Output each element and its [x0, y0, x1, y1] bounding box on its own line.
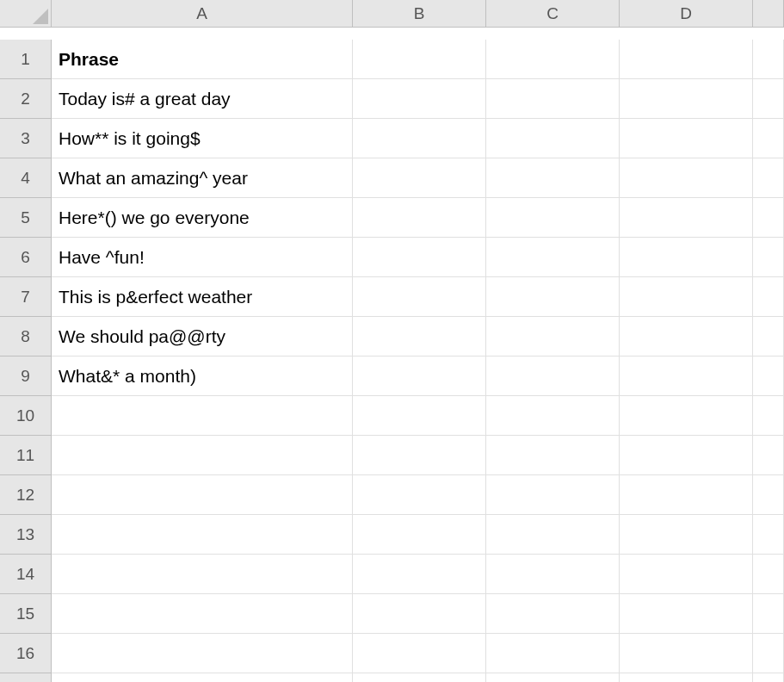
cell-B1[interactable]: [353, 40, 486, 79]
cell-C3[interactable]: [486, 119, 620, 158]
cell-E2[interactable]: [753, 79, 784, 119]
cell-D12[interactable]: [620, 475, 753, 515]
cell-A10[interactable]: [52, 396, 353, 436]
cell-D14[interactable]: [620, 555, 753, 594]
cell-E11[interactable]: [753, 436, 784, 475]
row-header-10[interactable]: 10: [0, 396, 52, 436]
cell-B4[interactable]: [353, 158, 486, 198]
cell-E16[interactable]: [753, 634, 784, 673]
cell-D6[interactable]: [620, 238, 753, 277]
cell-E14[interactable]: [753, 555, 784, 594]
row-header-6[interactable]: 6: [0, 238, 52, 277]
cell-E10[interactable]: [753, 396, 784, 436]
cell-C9[interactable]: [486, 356, 620, 396]
cell-B16[interactable]: [353, 634, 486, 673]
cell-A13[interactable]: [52, 515, 353, 555]
cell-A7[interactable]: This is p&erfect weather: [52, 277, 353, 317]
spreadsheet-grid[interactable]: A B C D 1 Phrase 2 Today is# a great day…: [0, 0, 784, 682]
column-header-partial[interactable]: [753, 0, 784, 28]
row-header-2[interactable]: 2: [0, 79, 52, 119]
cell-D11[interactable]: [620, 436, 753, 475]
cell-B8[interactable]: [353, 317, 486, 356]
cell-A17[interactable]: [52, 673, 353, 682]
cell-B13[interactable]: [353, 515, 486, 555]
cell-D1[interactable]: [620, 40, 753, 79]
cell-B11[interactable]: [353, 436, 486, 475]
row-header-7[interactable]: 7: [0, 277, 52, 317]
cell-A14[interactable]: [52, 555, 353, 594]
cell-C12[interactable]: [486, 475, 620, 515]
cell-A6[interactable]: Have ^fun!: [52, 238, 353, 277]
row-header-17[interactable]: 17: [0, 673, 52, 682]
cell-B9[interactable]: [353, 356, 486, 396]
cell-E1[interactable]: [753, 40, 784, 79]
row-header-9[interactable]: 9: [0, 356, 52, 396]
cell-A11[interactable]: [52, 436, 353, 475]
cell-D7[interactable]: [620, 277, 753, 317]
cell-C14[interactable]: [486, 555, 620, 594]
cell-D8[interactable]: [620, 317, 753, 356]
cell-C4[interactable]: [486, 158, 620, 198]
cell-C6[interactable]: [486, 238, 620, 277]
cell-C16[interactable]: [486, 634, 620, 673]
cell-D17[interactable]: [620, 673, 753, 682]
cell-D5[interactable]: [620, 198, 753, 238]
cell-D16[interactable]: [620, 634, 753, 673]
cell-B17[interactable]: [353, 673, 486, 682]
cell-D9[interactable]: [620, 356, 753, 396]
cell-C11[interactable]: [486, 436, 620, 475]
row-header-16[interactable]: 16: [0, 634, 52, 673]
cell-B12[interactable]: [353, 475, 486, 515]
cell-A9[interactable]: What&* a month): [52, 356, 353, 396]
cell-B6[interactable]: [353, 238, 486, 277]
cell-E6[interactable]: [753, 238, 784, 277]
cell-B3[interactable]: [353, 119, 486, 158]
cell-B7[interactable]: [353, 277, 486, 317]
column-header-A[interactable]: A: [52, 0, 353, 28]
cell-C7[interactable]: [486, 277, 620, 317]
cell-A3[interactable]: How** is it going$: [52, 119, 353, 158]
cell-D3[interactable]: [620, 119, 753, 158]
cell-B15[interactable]: [353, 594, 486, 634]
cell-A16[interactable]: [52, 634, 353, 673]
cell-E13[interactable]: [753, 515, 784, 555]
cell-A5[interactable]: Here*() we go everyone: [52, 198, 353, 238]
cell-A15[interactable]: [52, 594, 353, 634]
column-header-C[interactable]: C: [486, 0, 620, 28]
cell-B10[interactable]: [353, 396, 486, 436]
cell-C15[interactable]: [486, 594, 620, 634]
cell-A12[interactable]: [52, 475, 353, 515]
cell-E5[interactable]: [753, 198, 784, 238]
row-header-3[interactable]: 3: [0, 119, 52, 158]
row-header-11[interactable]: 11: [0, 436, 52, 475]
row-header-5[interactable]: 5: [0, 198, 52, 238]
cell-C8[interactable]: [486, 317, 620, 356]
cell-A4[interactable]: What an amazing^ year: [52, 158, 353, 198]
row-header-13[interactable]: 13: [0, 515, 52, 555]
cell-C17[interactable]: [486, 673, 620, 682]
cell-B2[interactable]: [353, 79, 486, 119]
row-header-12[interactable]: 12: [0, 475, 52, 515]
cell-A2[interactable]: Today is# a great day: [52, 79, 353, 119]
cell-E9[interactable]: [753, 356, 784, 396]
cell-A1[interactable]: Phrase: [52, 40, 353, 79]
cell-C5[interactable]: [486, 198, 620, 238]
cell-E3[interactable]: [753, 119, 784, 158]
cell-B5[interactable]: [353, 198, 486, 238]
column-header-D[interactable]: D: [620, 0, 753, 28]
cell-E17[interactable]: [753, 673, 784, 682]
row-header-4[interactable]: 4: [0, 158, 52, 198]
cell-D13[interactable]: [620, 515, 753, 555]
row-header-8[interactable]: 8: [0, 317, 52, 356]
cell-A8[interactable]: We should pa@@rty: [52, 317, 353, 356]
cell-C10[interactable]: [486, 396, 620, 436]
cell-E4[interactable]: [753, 158, 784, 198]
cell-D15[interactable]: [620, 594, 753, 634]
row-header-1[interactable]: 1: [0, 40, 52, 79]
column-header-B[interactable]: B: [353, 0, 486, 28]
cell-E8[interactable]: [753, 317, 784, 356]
row-header-14[interactable]: 14: [0, 555, 52, 594]
cell-E15[interactable]: [753, 594, 784, 634]
select-all-corner[interactable]: [0, 0, 52, 28]
cell-D10[interactable]: [620, 396, 753, 436]
